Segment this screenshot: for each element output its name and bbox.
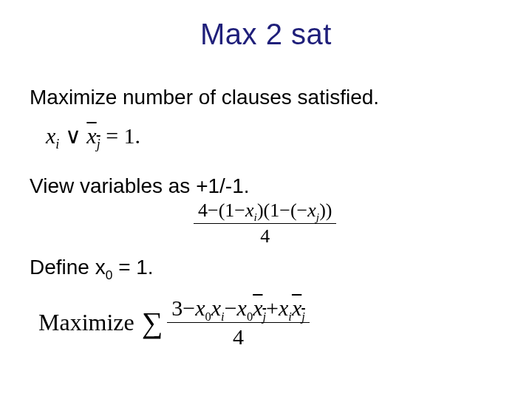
num-close1: )(1 — [257, 200, 279, 221]
sub-j: j — [97, 137, 100, 151]
word-maximize: Maximize — [38, 309, 134, 336]
equation-objective: Maximize ∑ 3−x0xi−x0xj+xixj 4 — [38, 296, 310, 349]
obj-xjbar-b: xj — [292, 296, 305, 321]
rhs-one: 1 — [124, 123, 135, 148]
equation-fraction: 4−(1−xi)(1−(−xj)) 4 — [194, 200, 336, 248]
sigma-icon: ∑ — [142, 308, 163, 338]
text-define: Define x0 = 1. — [30, 256, 154, 279]
fraction-denominator: 4 — [194, 225, 336, 248]
var-xj-bar-x: x — [86, 123, 96, 148]
num-close2: )) — [319, 200, 332, 221]
obj-xia: x — [211, 296, 221, 320]
define-sub: 0 — [106, 267, 113, 282]
period: . — [135, 123, 141, 148]
obj-3: 3 — [171, 296, 183, 320]
num-xi: x — [245, 200, 254, 221]
obj-minus-b: − — [225, 296, 237, 320]
num-4: 4 — [198, 200, 208, 221]
obj-sub0b: 0 — [247, 310, 253, 324]
equation-clause: xi ∨ xj = 1. — [46, 123, 140, 149]
obj-plus: + — [266, 296, 279, 320]
var-xj-bar: xj — [86, 123, 100, 148]
obj-xib: x — [279, 296, 288, 320]
slide-title: Max 2 sat — [0, 18, 532, 51]
obj-xjbar-b-sub: j — [301, 310, 305, 324]
var-xi: x — [46, 123, 55, 148]
sub-i: i — [55, 137, 59, 151]
obj-sub0a: 0 — [205, 310, 211, 324]
obj-x0b: x — [237, 296, 247, 320]
num-minus-c: − — [279, 200, 290, 221]
obj-minus-a: − — [183, 296, 195, 320]
text-view: View variables as +1/-1. — [30, 174, 250, 198]
obj-x0a: x — [195, 296, 205, 320]
slide: Max 2 sat Maximize number of clauses sat… — [0, 0, 532, 399]
text-maximize: Maximize number of clauses satisfied. — [30, 86, 379, 109]
fraction-bar — [194, 223, 336, 224]
num-xj: x — [307, 200, 316, 221]
num-minus-b: − — [234, 200, 245, 221]
objective-numerator: 3−x0xi−x0xj+xixj — [167, 296, 310, 321]
objective-fraction: 3−x0xi−x0xj+xixj 4 — [167, 296, 310, 349]
obj-xjbar-a: xj — [253, 296, 266, 321]
num-minus-a: − — [208, 200, 219, 221]
num-open2: ( — [290, 200, 297, 221]
or-operator: ∨ — [65, 123, 81, 148]
objective-denominator: 4 — [167, 324, 310, 349]
define-pre: Define x — [30, 256, 106, 279]
fraction-numerator: 4−(1−xi)(1−(−xj)) — [194, 200, 336, 222]
equals: = — [106, 123, 118, 148]
num-open1: (1 — [219, 200, 235, 221]
num-neg: − — [297, 200, 308, 221]
obj-xjbar-b-x: x — [292, 296, 301, 320]
obj-xjbar-a-x: x — [253, 296, 262, 320]
define-post: = 1. — [112, 256, 153, 279]
